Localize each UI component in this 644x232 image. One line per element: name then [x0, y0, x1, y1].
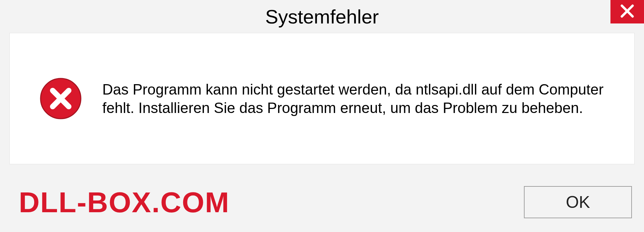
dialog-message: Das Programm kann nicht gestartet werden… [102, 80, 605, 117]
close-button[interactable] [610, 0, 644, 23]
brand-watermark: DLL-BOX.COM [19, 186, 230, 219]
titlebar: Systemfehler [0, 0, 644, 33]
error-icon [39, 77, 82, 120]
ok-button[interactable]: OK [524, 186, 632, 218]
ok-button-label: OK [566, 192, 590, 212]
dialog-content: Das Programm kann nicht gestartet werden… [9, 33, 635, 164]
close-icon [620, 4, 635, 20]
dialog-title: Systemfehler [265, 5, 379, 28]
dialog-footer: DLL-BOX.COM OK [0, 172, 644, 232]
